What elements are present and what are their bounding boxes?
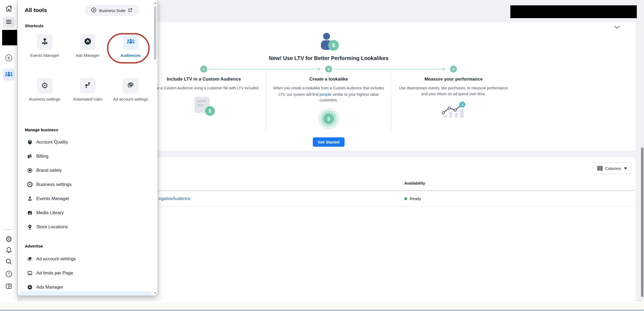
availability-status: Ready [404, 196, 421, 201]
plus-circle-icon [5, 54, 13, 63]
ad-account-settings-icon [127, 81, 134, 90]
menu-item-brand-safety[interactable]: Brand safety [18, 163, 157, 177]
panel-toggle-icon [5, 282, 13, 291]
shortcuts-row-2: Business settings Automated rules [23, 78, 152, 102]
advertise-heading: Advertise [25, 244, 43, 248]
collapse-panel-button[interactable] [0, 282, 18, 291]
shortcut-business-settings[interactable]: Business settings [23, 78, 66, 102]
shortcut-events-manager[interactable]: Events Manager [23, 34, 66, 59]
step-column-performance: Measure your performance Use downstream … [391, 74, 516, 132]
gear-icon [5, 235, 13, 243]
menu-item-events-manager[interactable]: Events Manager [18, 192, 157, 206]
steps-columns: Include LTV in a Custom Audience Create … [141, 74, 516, 132]
step-2-heading: Create a lookalike [272, 77, 385, 82]
shield-icon [27, 139, 33, 145]
audiences-people-icon [5, 71, 13, 78]
person-dollar-icon: $ [316, 48, 341, 52]
step-1-heading: Include LTV in a Custom Audience [147, 77, 260, 82]
all-tools-flyout: All tools Business Suite Shortcuts [18, 0, 157, 296]
gear-icon [41, 82, 48, 90]
menu-item-billing[interactable]: Billing [18, 149, 157, 163]
search-icon [5, 258, 13, 266]
media-image-icon [27, 210, 33, 216]
home-icon [5, 5, 13, 14]
steps-indicator: 1 2 3 [141, 64, 516, 74]
svg-text:$: $ [327, 116, 330, 122]
bell-icon [5, 246, 13, 255]
events-manager-icon [41, 38, 49, 46]
flyout-title: All tools [25, 7, 47, 13]
create-button[interactable] [0, 54, 18, 63]
help-button[interactable]: ? [0, 270, 18, 279]
audience-name-link[interactable]: egativeAudience [159, 196, 190, 201]
step-3-body: Use downstream events, like purchases, t… [397, 85, 510, 97]
main-scrollbar-thumb[interactable] [641, 147, 643, 297]
step-column-custom-audience: Include LTV in a Custom Audience Create … [141, 74, 266, 132]
gear-icon [27, 181, 33, 189]
step-2-number: 2 [328, 67, 329, 71]
get-started-button[interactable]: Get Started [313, 137, 345, 147]
scroll-up-arrow-icon[interactable] [154, 2, 156, 4]
shortcut-automated-rules[interactable]: Automated rules [66, 78, 109, 102]
columns-icon [598, 166, 602, 171]
people-link[interactable]: people [319, 92, 331, 97]
external-link-icon [128, 8, 133, 13]
redacted-business-logo [2, 30, 17, 45]
svg-text:?: ? [8, 272, 10, 276]
step-3-heading: Measure your performance [397, 77, 510, 82]
all-tools-menu-button[interactable] [3, 17, 15, 28]
menu-item-store-locations[interactable]: Store Locations [18, 220, 157, 234]
billing-icon [27, 154, 33, 159]
shortcut-ad-account-settings[interactable]: Ad account settings [109, 78, 152, 102]
redacted-account-bar [510, 5, 637, 18]
shortcuts-heading: Shortcuts [25, 23, 43, 28]
shortcut-ads-manager[interactable]: Ads Manager [66, 34, 109, 59]
rail-divider [4, 229, 14, 230]
menu-item-ad-limits[interactable]: Ad limits per Page [18, 266, 157, 280]
menu-item-business-settings[interactable]: Business settings [18, 177, 157, 192]
business-suite-icon [91, 7, 97, 14]
menu-item-account-quality[interactable]: Account Quality [18, 135, 157, 149]
home-nav-button[interactable] [0, 5, 18, 13]
svg-text:$: $ [332, 42, 335, 48]
menu-item-media-library[interactable]: Media Library [18, 206, 157, 220]
events-manager-icon [27, 196, 33, 201]
step-column-lookalike: Create a lookalike When you create a loo… [266, 74, 391, 132]
left-nav-rail: ? [0, 0, 18, 301]
ready-status-dot [404, 197, 407, 200]
settings-button[interactable] [0, 235, 18, 244]
window-bottom-edge [0, 310, 644, 311]
red-annotation-circle [107, 33, 150, 63]
automated-rules-icon [84, 81, 92, 90]
ads-manager-icon [84, 38, 92, 46]
step-1-number: 1 [203, 67, 205, 71]
audiences-nav-button[interactable] [3, 69, 15, 81]
availability-column-header: Availability [404, 181, 425, 185]
flyout-scrollbar[interactable] [153, 1, 157, 295]
columns-dropdown-button[interactable]: Columns [593, 163, 631, 174]
ad-limits-icon [27, 270, 33, 276]
ads-manager-screen: $ New! Use LTV for Better Performing Loo… [0, 0, 644, 311]
step-2-body: When you create a lookalike from a Custo… [272, 85, 385, 103]
step-3-number: 3 [452, 67, 454, 71]
help-icon: ? [5, 270, 13, 279]
business-suite-button[interactable]: Business Suite [85, 5, 139, 16]
lookalike-dollar-rings-icon: $ [272, 107, 385, 131]
location-pin-icon [27, 224, 33, 230]
step-1-body: Create a Custom Audience using a custome… [147, 85, 260, 91]
svg-text:$: $ [462, 103, 463, 107]
menu-item-ad-account-settings[interactable]: Ad account settings [18, 252, 157, 266]
ads-manager-icon [27, 285, 33, 290]
chevron-down-icon [614, 25, 620, 30]
advertise-list: Ad account settings Ad limits per Page [18, 252, 157, 294]
performance-chart-icon: $ [397, 101, 510, 121]
notifications-button[interactable] [0, 246, 18, 255]
search-button[interactable] [0, 258, 18, 267]
main-scrollbar[interactable] [640, 22, 644, 301]
next-item-highlight [20, 291, 152, 296]
scroll-down-arrow-icon[interactable] [154, 292, 156, 294]
ready-status-label: Ready [410, 196, 421, 201]
flyout-scrollbar-thumb[interactable] [154, 6, 156, 60]
hamburger-menu-icon [5, 18, 12, 26]
banner-collapse-button[interactable] [614, 25, 620, 30]
